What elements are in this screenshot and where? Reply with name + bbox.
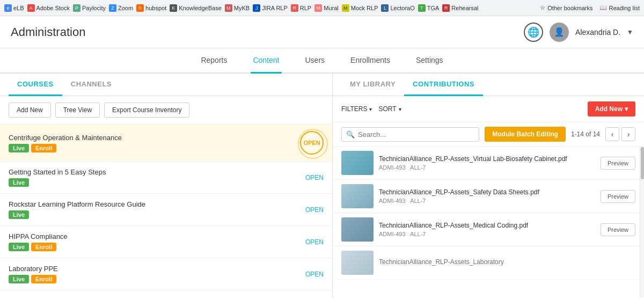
add-new-button[interactable]: Add New xyxy=(9,103,51,118)
add-new-content-button[interactable]: Add New ▾ xyxy=(588,101,635,116)
header-right: 🌐 👤 Alexandria D. ▼ xyxy=(524,23,633,42)
search-input[interactable] xyxy=(358,130,474,138)
tab-reports[interactable]: Reports xyxy=(199,48,229,74)
export-course-inventory-button[interactable]: Export Course Inventory xyxy=(104,103,189,118)
badge-enroll: Enroll xyxy=(31,243,56,251)
user-name: Alexandria D. xyxy=(575,28,620,37)
course-item: Laboratory PPE Live Enroll OPEN xyxy=(0,258,332,290)
content-thumbnail xyxy=(341,217,374,242)
course-info: HIPPA Compliance Live Enroll xyxy=(9,232,68,251)
sort-arrow-icon: ▾ xyxy=(399,106,401,112)
tab-content[interactable]: Content xyxy=(251,48,281,74)
bookmark-zoom[interactable]: Z Zoom xyxy=(109,4,133,12)
app-header: Administration 🌐 👤 Alexandria D. ▼ xyxy=(0,16,644,48)
badge-live: Live xyxy=(9,243,29,251)
content-list: TechnicianAlliance_RLP-Assets_Virtual La… xyxy=(333,147,644,297)
bookmark-rlp[interactable]: R RLP xyxy=(291,4,311,12)
content-title: TechnicianAlliance_RLP-Assets_Medical Co… xyxy=(379,222,595,229)
bookmark-jira[interactable]: J JIRA RLP xyxy=(253,4,288,12)
bookmark-mural[interactable]: M Mural xyxy=(314,4,339,12)
course-info: Rockstar Learning Platform Resource Guid… xyxy=(9,200,145,219)
course-item: Centrifuge Operation & Maintenance Live … xyxy=(0,125,332,162)
course-info: Medical Coding Live Enroll xyxy=(9,297,57,297)
content-meta1: ADMI-493 xyxy=(379,231,406,237)
user-dropdown-arrow[interactable]: ▼ xyxy=(627,28,633,36)
badge-live: Live xyxy=(9,178,29,187)
scrollbar-track[interactable] xyxy=(640,147,644,297)
prev-page-button[interactable]: ‹ xyxy=(605,127,619,141)
course-name: HIPPA Compliance xyxy=(9,232,68,240)
content-meta: ADMI-493 ALL-7 xyxy=(379,231,595,237)
content-item: TechnicianAlliance_RLP-Assets_Virtual La… xyxy=(333,147,644,180)
preview-button[interactable]: Preview xyxy=(601,190,635,203)
course-item: Medical Coding Live Enroll OPEN xyxy=(0,290,332,297)
app-title: Administration xyxy=(11,25,85,39)
bookmark-mykb[interactable]: M MyKB xyxy=(225,4,250,12)
course-badges: Live Enroll xyxy=(9,275,58,283)
open-button[interactable]: OPEN xyxy=(305,206,324,214)
content-info: TechnicianAlliance_RLP-Assets_Laboratory xyxy=(379,258,635,267)
bookmark-lectora[interactable]: L LectoraO xyxy=(381,4,414,12)
sub-tab-channels[interactable]: CHANNELS xyxy=(62,74,120,96)
sub-tab-contributions[interactable]: CONTRIBUTIONS xyxy=(404,74,483,96)
open-button[interactable]: OPEN xyxy=(305,174,324,181)
course-info: Laboratory PPE Live Enroll xyxy=(9,265,58,283)
left-toolbar: Add New Tree View Export Course Inventor… xyxy=(0,96,332,125)
sub-tab-courses[interactable]: COURSES xyxy=(9,74,62,96)
open-button[interactable]: OPEN xyxy=(305,271,324,278)
sub-tab-my-library[interactable]: MY LIBRARY xyxy=(341,74,404,96)
next-page-button[interactable]: › xyxy=(621,127,635,141)
course-badges: Live xyxy=(9,210,145,219)
badge-enroll: Enroll xyxy=(31,144,56,152)
left-sub-tabs: COURSES CHANNELS xyxy=(0,74,332,96)
content-meta: ADMI-493 ALL-7 xyxy=(379,164,595,171)
pagination-info: 1-14 of 14 xyxy=(571,130,600,138)
course-badges: Live Enroll xyxy=(9,144,122,152)
bookmark-rehearsal[interactable]: R Rehearsal xyxy=(442,4,478,12)
content-info: TechnicianAlliance_RLP-Assets_Safety Dat… xyxy=(379,188,595,204)
content-title: TechnicianAlliance_RLP-Assets_Virtual La… xyxy=(379,155,595,163)
module-batch-editing-button[interactable]: Module Batch Editing xyxy=(485,127,566,142)
bookmark-mockrlp[interactable]: M Mock RLP xyxy=(342,4,378,12)
scrollbar-thumb[interactable] xyxy=(641,147,644,179)
content-info: TechnicianAlliance_RLP-Assets_Medical Co… xyxy=(379,222,595,237)
open-label: OPEN xyxy=(303,140,320,146)
filters-arrow-icon: ▾ xyxy=(369,106,372,112)
bookmark-elb[interactable]: e eLB xyxy=(4,4,24,12)
bookmark-hubspot[interactable]: h hubspot xyxy=(136,4,166,12)
content-item: TechnicianAlliance_RLP-Assets_Medical Co… xyxy=(333,213,644,246)
browser-bookmarks-bar: e eLB A Adobe Stock P Paylocity Z Zoom h… xyxy=(0,0,644,16)
sort-button[interactable]: SORT ▾ xyxy=(378,105,401,113)
content-thumbnail xyxy=(341,251,374,275)
preview-button[interactable]: Preview xyxy=(601,157,635,170)
course-name: Getting Started in 5 Easy Steps xyxy=(9,168,106,176)
globe-icon[interactable]: 🌐 xyxy=(524,23,543,42)
pagination-buttons: ‹ › xyxy=(605,127,635,141)
course-item: Rockstar Learning Platform Resource Guid… xyxy=(0,194,332,226)
bookmark-paylocity[interactable]: P Paylocity xyxy=(73,4,106,12)
course-info: Getting Started in 5 Easy Steps Live xyxy=(9,168,106,187)
filters-button[interactable]: FILTERS ▾ xyxy=(341,105,372,113)
course-name: Medical Coding xyxy=(9,297,57,297)
filters-row: FILTERS ▾ SORT ▾ Add New ▾ xyxy=(333,96,644,122)
bookmark-adobe[interactable]: A Adobe Stock xyxy=(27,4,70,12)
search-box: 🔍 xyxy=(341,127,479,142)
course-badges: Live Enroll xyxy=(9,243,68,251)
tab-enrollments[interactable]: Enrollments xyxy=(348,48,392,74)
bookmark-knowledgebase[interactable]: K KnowledgeBase xyxy=(170,4,222,12)
course-list: Centrifuge Operation & Maintenance Live … xyxy=(0,125,332,297)
bookmark-tga[interactable]: T TGA xyxy=(418,4,440,12)
right-sub-tabs: MY LIBRARY CONTRIBUTIONS xyxy=(333,74,644,96)
preview-button[interactable]: Preview xyxy=(601,223,635,236)
content-meta: ADMI-493 ALL-7 xyxy=(379,198,595,204)
tree-view-button[interactable]: Tree View xyxy=(55,103,100,118)
tab-settings[interactable]: Settings xyxy=(414,48,445,74)
content-thumbnail xyxy=(341,151,374,175)
tab-users[interactable]: Users xyxy=(303,48,327,74)
main-content: COURSES CHANNELS Add New Tree View Expor… xyxy=(0,74,644,297)
course-info: Centrifuge Operation & Maintenance Live … xyxy=(9,134,122,152)
badge-live: Live xyxy=(9,144,29,152)
add-new-dropdown-icon: ▾ xyxy=(625,105,628,113)
open-button[interactable]: OPEN xyxy=(305,238,324,246)
open-circle-button[interactable]: OPEN xyxy=(300,131,324,155)
